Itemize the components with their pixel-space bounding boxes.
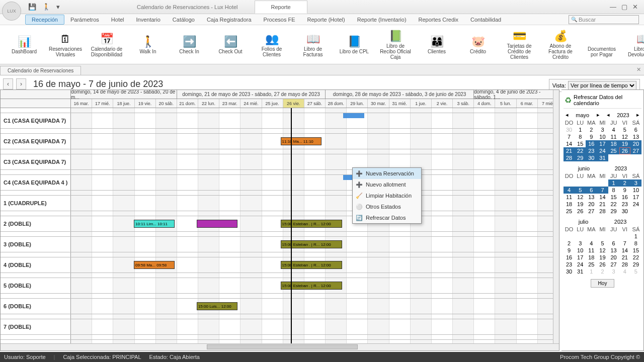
cal-day[interactable]: 10	[630, 187, 641, 194]
reservation-block[interactable]: 15:00 Esteban . | R... 12:00	[281, 282, 343, 290]
room-row[interactable]: 8 (DOBLE)15:00 Luis . | Cuent... 12:00	[1, 340, 559, 343]
day-header[interactable]: 29 lun.	[347, 99, 368, 108]
room-row[interactable]: C4 (CASA EQUIPADA 4 )	[1, 175, 559, 191]
cal-day[interactable]: 17	[575, 254, 586, 261]
ctx-refrescar-datos[interactable]: 🔄Refrescar Datos	[353, 212, 421, 223]
cal-day[interactable]: 22	[630, 254, 641, 261]
ctx-limpiar-habitaci-n[interactable]: 🧹Limpiar Habitación	[353, 190, 421, 201]
day-header[interactable]: 24 mié.	[240, 99, 262, 108]
maximize-icon[interactable]: ▢	[621, 3, 627, 11]
menu-procesosfe[interactable]: Procesos FE	[258, 15, 301, 24]
tool-libro-de-devoluciones[interactable]: 📖Libro de Devoluciones	[623, 31, 644, 58]
reservation-block[interactable]: 09:58 Ma... 09:58	[134, 261, 175, 269]
cal-day[interactable]: 11	[564, 194, 575, 201]
menu-hotel[interactable]: Hotel	[105, 15, 130, 24]
cal-day[interactable]: 22	[608, 201, 619, 208]
cal-day[interactable]: 21	[597, 201, 608, 208]
cal-day[interactable]: 17	[630, 194, 641, 201]
minimize-icon[interactable]: —	[610, 3, 616, 11]
cal-day[interactable]: 12	[619, 133, 630, 140]
cal-day[interactable]: 2	[586, 126, 597, 133]
cal-day[interactable]: 18	[608, 140, 619, 147]
tool-abono-de-factura-de-cr-dito[interactable]: 💰Abono de Factura de Crédito	[540, 28, 581, 61]
cal-day[interactable]: 26	[597, 261, 608, 268]
tool-libro-de-recibo-oficial-caja[interactable]: 📗Libro de Recibo Oficial Caja	[375, 28, 416, 61]
menu-reportehotel[interactable]: Reporte (Hotel)	[301, 15, 351, 24]
tool-libro-de-facturas[interactable]: 📖Libro de Facturas	[293, 31, 333, 58]
today-button[interactable]: Hoy	[591, 279, 615, 288]
cal-day[interactable]: 18	[564, 201, 575, 208]
cal-day[interactable]: 27	[586, 208, 597, 215]
cal-day[interactable]: 9	[564, 247, 575, 254]
day-header[interactable]: 23 mar.	[219, 99, 240, 108]
save-icon[interactable]: 💾	[28, 3, 36, 11]
cal-day[interactable]: 1	[575, 126, 586, 133]
day-header[interactable]: 3 sáb.	[453, 99, 474, 108]
cal-day[interactable]: 27	[630, 147, 641, 154]
reservation-block[interactable]: 15:00 Luis... 12:00	[197, 302, 237, 310]
cal-day[interactable]: 22	[575, 147, 586, 154]
tool-libro-de-cpl[interactable]: 📘Libro de CPL	[334, 34, 374, 55]
cal-day[interactable]: 4	[586, 240, 597, 247]
menu-parmetros[interactable]: Parámetros	[64, 15, 105, 24]
cal-day[interactable]: 4	[564, 187, 575, 194]
day-header[interactable]: 1 jue.	[411, 99, 432, 108]
cal-day[interactable]: 6	[630, 126, 641, 133]
day-header[interactable]: 18 jue.	[113, 99, 134, 108]
reservation-block[interactable]: 15:00 Esteban . | R... 12:00	[281, 240, 343, 248]
tool-check-in[interactable]: ➡️Check In	[169, 34, 209, 55]
walk-icon[interactable]: 🚶	[42, 3, 50, 11]
day-header[interactable]: 5 lun.	[495, 99, 516, 108]
cal-day[interactable]: 19	[597, 254, 608, 261]
day-header[interactable]: 21 dom.	[177, 99, 198, 108]
day-header[interactable]: 31 mié.	[389, 99, 411, 108]
prev-button[interactable]: ‹	[3, 78, 13, 89]
room-row[interactable]: 6 (DOBLE)15:00 Luis... 12:00	[1, 299, 559, 314]
cal-day[interactable]: 26	[619, 147, 630, 154]
cal-day[interactable]: 7	[597, 187, 608, 194]
cal-day[interactable]: 7	[564, 133, 575, 140]
vertical-scrollbar[interactable]	[553, 90, 559, 343]
cal-day[interactable]: 19	[575, 201, 586, 208]
cal-day[interactable]: 10	[575, 247, 586, 254]
cal-day[interactable]: 21	[619, 254, 630, 261]
day-header[interactable]: 30 mar.	[368, 99, 389, 108]
cal-day[interactable]: 20	[608, 254, 619, 261]
day-header[interactable]: 22 lun.	[198, 99, 219, 108]
cal-day[interactable]: 31	[597, 154, 608, 161]
cal-day[interactable]: 30	[619, 208, 630, 215]
reservation-block[interactable]: 10:11 Lim... 10:11	[134, 220, 175, 228]
cal-day[interactable]: 16	[564, 254, 575, 261]
search-input[interactable]: Buscar	[569, 15, 639, 24]
cal-day[interactable]: 1	[630, 233, 641, 240]
room-row[interactable]: 1 (CUADRUPLE)	[1, 196, 559, 211]
day-header[interactable]: 19 vie.	[135, 99, 156, 108]
room-row[interactable]: C1 (CASA EQUIPADA 7)	[1, 113, 559, 129]
cal-day[interactable]: 23	[564, 261, 575, 268]
cal-day[interactable]: 28	[597, 208, 608, 215]
cal-day[interactable]: 5	[575, 187, 586, 194]
cal-day[interactable]: 31	[575, 268, 586, 275]
day-header[interactable]: 4 dom.	[474, 99, 495, 108]
cal-day[interactable]: 26	[575, 208, 586, 215]
cal-day[interactable]: 17	[597, 140, 608, 147]
menu-cajaregistradora[interactable]: Caja Registradora	[201, 15, 258, 24]
tool-reservaciones-virtuales[interactable]: 🗓Reservaciones Virtuales	[45, 31, 86, 58]
tool-dashboard[interactable]: 📊DashBoard	[4, 34, 44, 55]
cal-day[interactable]: 9	[619, 187, 630, 194]
cal-day[interactable]: 30	[586, 154, 597, 161]
cal-day[interactable]: 12	[575, 194, 586, 201]
cal-day[interactable]: 27	[608, 261, 619, 268]
tool-check-out[interactable]: ⬅️Check Out	[210, 34, 251, 55]
cal-day[interactable]: 20	[586, 201, 597, 208]
cal-day[interactable]: 8	[575, 133, 586, 140]
day-header[interactable]: 17 mié.	[92, 99, 113, 108]
menu-reportescredix[interactable]: Reportes Credix	[413, 15, 464, 24]
menu-reporteinventario[interactable]: Reporte (Inventario)	[351, 15, 413, 24]
ctx-otros-estados[interactable]: ⚪Otros Estados	[353, 201, 421, 212]
tool-walk-in[interactable]: 🚶Walk In	[128, 34, 168, 55]
cal-day[interactable]: 8	[630, 240, 641, 247]
next-button[interactable]: ›	[16, 78, 26, 89]
cal-day[interactable]: 11	[608, 133, 619, 140]
cal-day[interactable]: 5	[597, 240, 608, 247]
